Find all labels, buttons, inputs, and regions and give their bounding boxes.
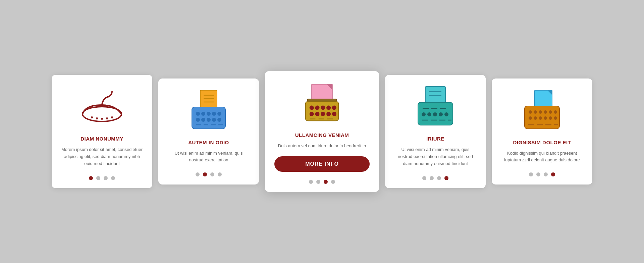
dot-4-active: [444, 176, 448, 180]
card-autem-in-odio: AUTEM IN ODIO Ut wisi enim ad minim veni…: [158, 78, 259, 185]
svg-point-72: [549, 116, 552, 120]
svg-point-53: [439, 112, 443, 116]
dot-3-1: [309, 180, 313, 184]
cards-container: DIAM NONUMMY Morem ipsum dolor sit amet,…: [32, 58, 612, 205]
dot-2-3: [210, 172, 214, 176]
dot-4-3: [437, 176, 441, 180]
svg-point-69: [534, 116, 537, 120]
more-info-button[interactable]: MORE INFO: [274, 156, 370, 172]
svg-point-32: [326, 106, 331, 110]
svg-point-5: [111, 116, 113, 118]
card-3-title: ULLAMCING VENIAM: [295, 132, 349, 138]
dot-2-4: [218, 172, 222, 176]
dot-4-1: [422, 176, 426, 180]
svg-point-63: [534, 110, 537, 114]
svg-point-18: [207, 118, 211, 122]
dot-1-4: [111, 176, 115, 180]
dot-3-4: [331, 180, 335, 184]
card-1-text: Morem ipsum dolor sit amet, consectetuer…: [61, 146, 143, 167]
dot-4-2: [430, 176, 434, 180]
svg-point-34: [310, 112, 314, 116]
card-4-dots: [422, 176, 448, 180]
svg-point-73: [554, 116, 557, 120]
svg-point-4: [106, 117, 108, 119]
svg-point-71: [544, 116, 547, 120]
svg-point-1: [91, 116, 93, 118]
dot-1-active: [89, 176, 93, 180]
card-1-dots: [89, 176, 115, 180]
svg-point-17: [201, 118, 205, 122]
orange-typewriter-icon: [519, 89, 566, 132]
svg-point-20: [217, 118, 221, 122]
svg-point-68: [529, 116, 532, 120]
blue-typewriter-icon: [185, 89, 232, 132]
dot-2-active: [203, 172, 207, 176]
svg-point-19: [212, 118, 216, 122]
svg-rect-59: [535, 90, 552, 108]
svg-point-62: [529, 110, 532, 114]
card-diam-nonummy: DIAM NONUMMY Morem ipsum dolor sit amet,…: [52, 75, 152, 188]
card-2-dots: [196, 172, 222, 176]
svg-point-15: [217, 112, 221, 116]
svg-point-51: [427, 112, 431, 116]
dot-3-active: [324, 180, 328, 184]
dot-5-3: [544, 172, 548, 176]
pink-typewriter-icon: [299, 81, 345, 125]
card-5-text: Kodio dignissim qui blandit praesent lup…: [501, 150, 583, 164]
card-4-title: IRIURE: [426, 136, 444, 142]
svg-point-29: [310, 106, 314, 110]
svg-point-64: [539, 110, 542, 114]
card-iriure: IRIURE Ut wisi enim ad minim veniam, qui…: [385, 75, 486, 188]
svg-point-36: [321, 112, 325, 116]
svg-rect-6: [200, 90, 217, 109]
svg-point-65: [544, 110, 547, 114]
svg-point-67: [554, 110, 557, 114]
svg-point-3: [101, 118, 103, 120]
card-5-dots: [529, 172, 555, 176]
svg-rect-28: [306, 101, 339, 121]
card-3-text: Duis autem vel eum iriure dolor in hendr…: [278, 143, 366, 150]
svg-point-70: [539, 116, 542, 120]
svg-point-33: [332, 106, 336, 110]
svg-point-13: [207, 112, 211, 116]
dot-1-3: [104, 176, 108, 180]
svg-point-66: [549, 110, 552, 114]
svg-point-37: [326, 112, 331, 116]
svg-point-31: [321, 106, 325, 110]
teal-typewriter-icon: [412, 85, 459, 128]
svg-point-52: [433, 112, 437, 116]
card-1-title: DIAM NONUMMY: [80, 136, 123, 142]
dot-1-2: [96, 176, 100, 180]
svg-point-11: [196, 112, 200, 116]
svg-point-38: [332, 112, 336, 116]
svg-point-12: [201, 112, 205, 116]
svg-point-14: [212, 112, 216, 116]
dot-3-2: [316, 180, 320, 184]
svg-point-50: [422, 112, 426, 116]
card-ullamcing-veniam: ULLAMCING VENIAM Duis autem vel eum iriu…: [265, 71, 379, 192]
card-4-text: Ut wisi enim ad minim veniam, quis nostr…: [394, 146, 476, 167]
iron-icon: [78, 85, 125, 128]
dot-5-2: [536, 172, 540, 176]
dot-5-1: [529, 172, 533, 176]
card-3-dots: [309, 180, 335, 184]
card-2-title: AUTEM IN ODIO: [188, 140, 229, 145]
card-2-text: Ut wisi enim ad minim veniam, quis nostr…: [168, 150, 250, 164]
svg-point-16: [196, 118, 200, 122]
svg-point-30: [315, 106, 319, 110]
card-dignissim: DIGNISSIM DOLOE EIT Kodio dignissim qui …: [492, 78, 592, 185]
card-5-title: DIGNISSIM DOLOE EIT: [513, 140, 571, 145]
svg-point-54: [444, 112, 448, 116]
svg-point-2: [96, 117, 98, 119]
dot-5-active: [551, 172, 555, 176]
svg-point-35: [315, 112, 319, 116]
dot-2-1: [196, 172, 200, 176]
